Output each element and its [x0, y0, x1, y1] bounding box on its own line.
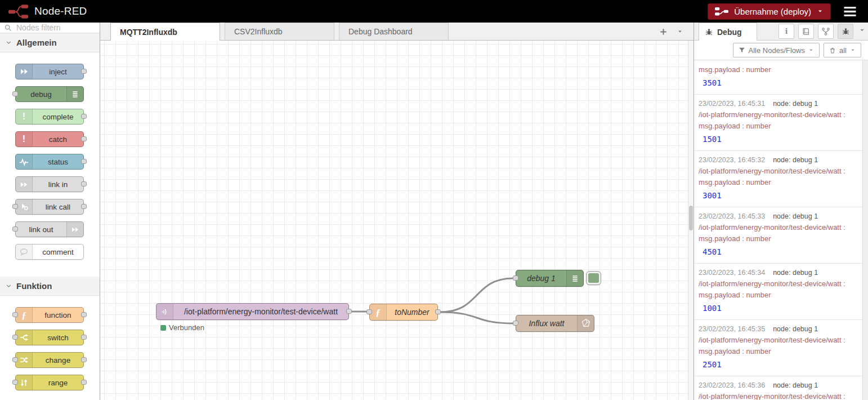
- node-port-in[interactable]: [513, 321, 518, 326]
- link-call-icon-box: [16, 199, 33, 214]
- status-dot: [160, 325, 166, 331]
- canvas-scrollbar-thumb[interactable]: [689, 206, 693, 230]
- debug-message-value: 3501: [699, 75, 858, 89]
- palette-node-label: range: [33, 375, 83, 390]
- debug-message[interactable]: 23/02/2023, 16:45:32node: debug 1/iot-pl…: [694, 151, 862, 207]
- flow-tab-2[interactable]: CSV2Influxdb: [225, 23, 334, 40]
- palette-node-inject[interactable]: inject: [15, 64, 84, 79]
- flow-list-caret-icon[interactable]: [677, 28, 683, 35]
- debug-clear-button[interactable]: all: [824, 43, 861, 57]
- debug-message-value: 1501: [699, 132, 858, 145]
- node-port-in[interactable]: [12, 204, 18, 209]
- tab-debug[interactable]: Debug: [699, 23, 757, 41]
- node-port-out[interactable]: [81, 159, 87, 164]
- flow-canvas[interactable]: /iot-platform/energy-monitor/test-device…: [100, 41, 693, 400]
- flow-node-label: toNumber: [387, 304, 437, 320]
- palette-node-function[interactable]: ƒfunction: [15, 307, 84, 323]
- debug-lines-icon-box: [566, 270, 583, 286]
- node-port-out[interactable]: [81, 380, 87, 385]
- node-port-in[interactable]: [513, 275, 518, 281]
- debug-message-timestamp: 23/02/2023, 16:45:34: [699, 269, 765, 277]
- flow-tab-1[interactable]: MQTT2Influxdb: [110, 23, 220, 41]
- node-palette: Allgemeininjectdebug!complete!catchstatu…: [0, 23, 100, 400]
- debug-message[interactable]: 23/02/2023, 16:45:31node: debug 1/iot-pl…: [694, 95, 862, 151]
- info-icon: i: [785, 26, 788, 36]
- palette-node-label: switch: [33, 330, 83, 345]
- sidebar-button-project[interactable]: [818, 24, 834, 39]
- debug-message[interactable]: 23/02/2023, 16:45:33node: debug 1/iot-pl…: [694, 207, 862, 264]
- deploy-button[interactable]: Übernahme (deploy): [708, 3, 831, 20]
- range-icon-box: [16, 375, 33, 390]
- function-icon-box: ƒ: [370, 304, 387, 320]
- node-port-in[interactable]: [366, 309, 372, 314]
- debug-filter-button[interactable]: Alle Nodes/Flows: [733, 43, 820, 57]
- debug-message-meta: 23/02/2023, 16:45:34node: debug 1: [699, 268, 858, 278]
- switch-icon: [20, 333, 29, 342]
- palette-node-status[interactable]: status: [15, 154, 84, 170]
- node-port-out[interactable]: [435, 309, 441, 314]
- node-status-label: Verbunden: [169, 323, 204, 332]
- node-port-out[interactable]: [81, 181, 87, 186]
- sidebar-menu-caret-icon[interactable]: [858, 26, 866, 34]
- node-port-in[interactable]: [12, 91, 18, 96]
- flow-node-influx-watt[interactable]: Influx watt: [516, 315, 594, 332]
- debug-scroll-gutter[interactable]: [862, 60, 868, 400]
- sidebar-button-info[interactable]: i: [778, 24, 794, 39]
- node-port-out[interactable]: [81, 136, 87, 141]
- flow-node-debug-1[interactable]: debug 1: [516, 270, 584, 287]
- node-port-out[interactable]: [346, 309, 352, 314]
- node-port-out[interactable]: [81, 312, 87, 317]
- debug-message[interactable]: 23/02/2023, 16:45:34node: debug 1/iot-pl…: [694, 264, 862, 320]
- debug-message-topic: /iot-platform/energy-monitor/test-device…: [699, 335, 858, 346]
- link-call-icon: [20, 202, 29, 211]
- palette-node-link-call[interactable]: link call: [15, 199, 84, 215]
- node-port-out[interactable]: [81, 357, 87, 362]
- node-port-in[interactable]: [12, 357, 18, 362]
- node-port-in[interactable]: [12, 312, 18, 317]
- palette-node-switch[interactable]: switch: [15, 330, 84, 345]
- node-status: Verbunden: [160, 323, 204, 332]
- node-port-out[interactable]: [81, 335, 87, 340]
- node-port-out[interactable]: [81, 69, 87, 74]
- palette-node-debug[interactable]: debug: [15, 86, 84, 102]
- palette-section-header[interactable]: Allgemein: [0, 33, 100, 52]
- palette-node-label: catch: [33, 132, 83, 146]
- debug-message[interactable]: 23/02/2023, 16:45:35node: debug 1/iot-pl…: [694, 320, 862, 376]
- node-port-in[interactable]: [12, 226, 18, 232]
- node-port-in[interactable]: [12, 380, 18, 385]
- sidebar-button-bug[interactable]: [838, 24, 853, 39]
- flow-tab-label: MQTT2Influxdb: [120, 28, 177, 37]
- debug-enable-toggle[interactable]: [586, 271, 601, 285]
- palette-node-link-out[interactable]: link out: [15, 221, 84, 237]
- palette-node-label: link in: [33, 177, 83, 192]
- palette-node-range[interactable]: range: [15, 375, 84, 390]
- deploy-caret-icon[interactable]: [817, 8, 824, 15]
- app-title: Node-RED: [34, 5, 87, 17]
- flow-tab-3[interactable]: Debug Dashboard: [339, 23, 449, 40]
- palette-node-link-in[interactable]: link in: [15, 176, 84, 192]
- sidebar-tabbar: Debug i: [694, 23, 868, 41]
- influx-icon-box: [577, 315, 594, 331]
- node-port-out[interactable]: [81, 204, 87, 209]
- node-port-in[interactable]: [12, 335, 18, 340]
- flow-node-mqtt-in[interactable]: /iot-platform/energy-monitor/test-device…: [156, 303, 349, 320]
- canvas-scrollbar[interactable]: [688, 41, 693, 400]
- flow-node-to-number[interactable]: ƒtoNumber: [369, 304, 438, 321]
- node-port-out[interactable]: [81, 114, 87, 119]
- palette-node-complete[interactable]: !complete: [15, 109, 84, 125]
- palette-node-label: link out: [16, 222, 66, 237]
- main-menu-button[interactable]: [843, 6, 857, 17]
- palette-search[interactable]: [0, 23, 100, 33]
- debug-lines-icon: [71, 90, 79, 99]
- sidebar-button-book[interactable]: [798, 24, 814, 39]
- debug-message[interactable]: msg.payload : number3501: [694, 60, 862, 95]
- palette-node-catch[interactable]: !catch: [15, 131, 84, 147]
- palette-node-comment[interactable]: comment: [15, 244, 84, 260]
- debug-message[interactable]: 23/02/2023, 16:45:36node: debug 1/iot-pl…: [694, 376, 862, 400]
- palette-filter-input[interactable]: [15, 23, 83, 33]
- function-icon-box: ƒ: [16, 308, 33, 322]
- palette-node-change[interactable]: change: [15, 352, 84, 368]
- palette-node-label: debug: [16, 87, 66, 101]
- add-flow-button[interactable]: [659, 28, 668, 36]
- palette-section-header[interactable]: Funktion: [0, 277, 100, 296]
